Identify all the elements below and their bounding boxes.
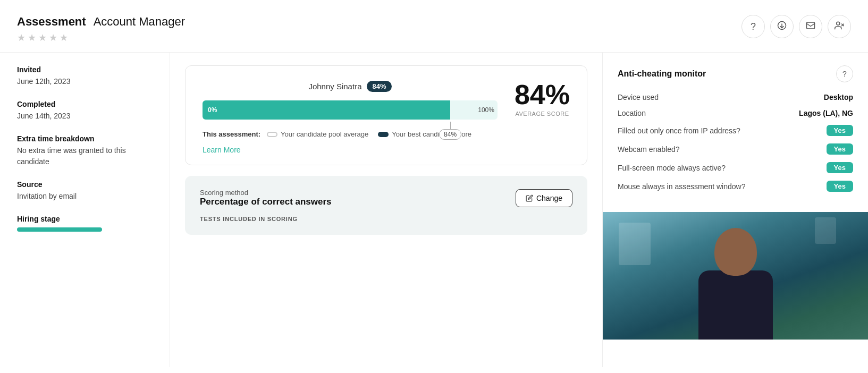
right-panel: Anti-cheating monitor ? Device used Desk… — [602, 53, 868, 367]
assessment-label: Assessment — [17, 15, 86, 29]
download-button[interactable] — [770, 15, 794, 38]
score-display: 84% AVERAGE SCORE — [515, 81, 570, 117]
scoring-method-label: Scoring method — [200, 189, 332, 197]
avg-score-label: AVERAGE SCORE — [515, 111, 570, 117]
webcam-image — [603, 212, 868, 340]
source-value: Invitation by email — [17, 191, 153, 202]
scoring-method-value: Percentage of correct answers — [200, 197, 332, 207]
email-button[interactable] — [799, 15, 822, 38]
anti-cheat-row-device: Device used Desktop — [618, 93, 853, 101]
main-layout: Invited June 12th, 2023 Completed June 1… — [0, 53, 868, 367]
location-value: Lagos (LA), NG — [799, 109, 853, 117]
anti-cheat-row-fullscreen: Full-screen mode always active? Yes — [618, 162, 853, 173]
help-icon: ? — [751, 21, 756, 32]
help-button[interactable]: ? — [741, 15, 765, 38]
scoring-header: Scoring method Percentage of correct ans… — [200, 189, 572, 207]
hiring-stage-bar — [17, 227, 102, 232]
anti-cheat-section: Anti-cheating monitor ? Device used Desk… — [603, 53, 868, 212]
score-chart-area: Johnny Sinatra 84% 0% 100% 84% — [203, 81, 498, 154]
score-top: Johnny Sinatra 84% 0% 100% 84% — [203, 81, 570, 154]
star-5[interactable]: ★ — [60, 32, 68, 44]
anti-cheat-help-button[interactable]: ? — [836, 65, 853, 82]
ip-value: Yes — [827, 125, 853, 136]
fullscreen-value: Yes — [827, 162, 853, 173]
legend-best-icon — [378, 132, 389, 137]
svg-rect-1 — [807, 22, 815, 29]
bar-marker-label: 84% — [439, 129, 461, 140]
candidate-name: Johnny Sinatra — [308, 82, 361, 91]
ip-key: Filled out only once from IP address? — [618, 126, 740, 135]
completed-label: Completed — [17, 100, 153, 108]
anti-cheat-row-mouse: Mouse always in assessment window? Yes — [618, 181, 853, 192]
tests-heading: TESTS INCLUDED IN SCORING — [200, 216, 572, 222]
anti-cheat-header: Anti-cheating monitor ? — [618, 65, 853, 82]
completed-date: June 14th, 2023 — [17, 111, 153, 122]
scoring-card: Scoring method Percentage of correct ans… — [185, 176, 587, 235]
candidate-label-row: Johnny Sinatra 84% — [203, 81, 498, 92]
edit-icon — [526, 194, 533, 202]
download-icon — [777, 21, 787, 33]
mouse-value: Yes — [827, 181, 853, 192]
header-actions: ? — [741, 15, 851, 38]
remove-user-button[interactable] — [828, 15, 851, 38]
star-1[interactable]: ★ — [17, 32, 26, 44]
svg-point-2 — [837, 22, 840, 25]
top-header: Assessment Account Manager ★ ★ ★ ★ ★ ? — [0, 0, 868, 53]
hiring-stage-label: Hiring stage — [17, 215, 153, 223]
star-3[interactable]: ★ — [38, 32, 47, 44]
learn-more-link[interactable]: Learn More — [203, 146, 241, 154]
webcam-key: Webcam enabled? — [618, 145, 679, 154]
person-body — [698, 270, 773, 340]
score-percent: 84% — [515, 81, 570, 108]
star-4[interactable]: ★ — [49, 32, 57, 44]
anti-cheat-help-icon: ? — [842, 70, 847, 78]
score-badge: 84% — [367, 81, 391, 92]
source-label: Source — [17, 180, 153, 189]
change-label: Change — [536, 194, 562, 202]
person-silhouette — [688, 228, 783, 340]
extra-time-label: Extra time breakdown — [17, 134, 153, 143]
star-rating[interactable]: ★ ★ ★ ★ ★ — [17, 32, 185, 44]
source-section: Source Invitation by email — [17, 180, 153, 202]
legend-pool-item: Your candidate pool average — [267, 130, 368, 138]
person-head — [714, 228, 757, 276]
scoring-info: Scoring method Percentage of correct ans… — [200, 189, 332, 207]
assessment-name: Account Manager — [94, 15, 185, 29]
bar-start-label: 0% — [208, 106, 217, 114]
bar-marker: 84% — [439, 122, 461, 140]
wall-decor-2 — [815, 217, 836, 244]
score-bar-container: 0% 100% 84% — [203, 100, 498, 120]
email-icon — [806, 21, 815, 33]
extra-time-section: Extra time breakdown No extra time was g… — [17, 134, 153, 167]
bar-end-label: 100% — [478, 106, 494, 114]
hiring-stage-section: Hiring stage — [17, 215, 153, 232]
score-bar-track: 0% 100% — [203, 100, 498, 120]
score-card: Johnny Sinatra 84% 0% 100% 84% — [185, 65, 587, 165]
device-key: Device used — [618, 93, 659, 101]
legend-pool-icon — [267, 132, 277, 137]
mouse-key: Mouse always in assessment window? — [618, 182, 745, 191]
invited-date: June 12th, 2023 — [17, 76, 153, 87]
location-key: Location — [618, 109, 646, 117]
anti-cheat-row-webcam: Webcam enabled? Yes — [618, 143, 853, 155]
webcam-value: Yes — [827, 143, 853, 155]
header-title-row: Assessment Account Manager — [17, 15, 185, 29]
legend-pool-label: Your candidate pool average — [281, 130, 368, 138]
anti-cheat-row-location: Location Lagos (LA), NG — [618, 109, 853, 117]
wall-decor-1 — [619, 223, 651, 265]
extra-time-value: No extra time was granted to this candid… — [17, 145, 153, 167]
left-panel: Invited June 12th, 2023 Completed June 1… — [0, 53, 170, 367]
this-assessment-label: This assessment: — [203, 130, 260, 138]
completed-section: Completed June 14th, 2023 — [17, 100, 153, 122]
star-2[interactable]: ★ — [28, 32, 36, 44]
anti-cheat-row-ip: Filled out only once from IP address? Ye… — [618, 125, 853, 136]
device-value: Desktop — [824, 93, 853, 101]
fullscreen-key: Full-screen mode always active? — [618, 164, 726, 172]
center-panel: Johnny Sinatra 84% 0% 100% 84% — [170, 53, 602, 367]
invited-label: Invited — [17, 65, 153, 74]
change-button[interactable]: Change — [516, 189, 572, 207]
score-bar-fill: 0% — [203, 100, 450, 120]
bar-marker-line — [450, 122, 451, 129]
invited-section: Invited June 12th, 2023 — [17, 65, 153, 87]
header-left: Assessment Account Manager ★ ★ ★ ★ ★ — [17, 15, 185, 44]
